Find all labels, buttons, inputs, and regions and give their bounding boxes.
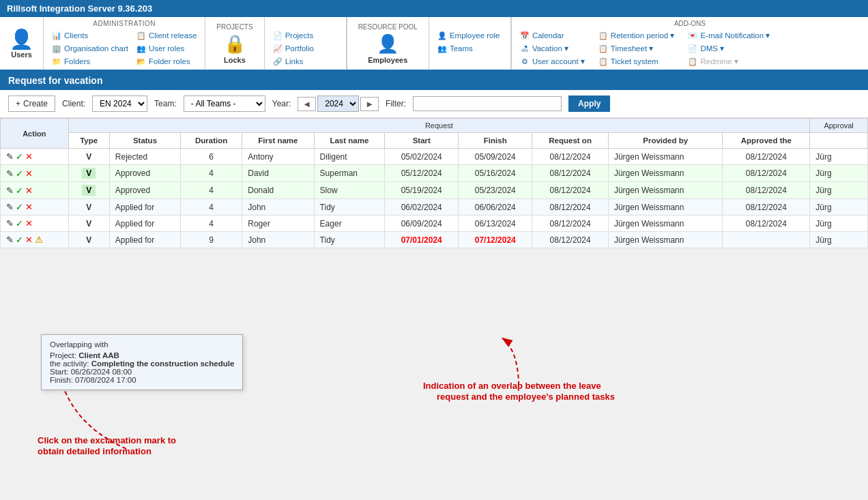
edit-icon[interactable]: ✎ bbox=[6, 218, 14, 229]
user-roles-icon: 👥 bbox=[136, 44, 146, 53]
clients-link[interactable]: 📊 Clients bbox=[50, 30, 130, 41]
team-select[interactable]: - All Teams - bbox=[184, 95, 265, 112]
approve-icon[interactable]: ✓ bbox=[16, 151, 23, 162]
request-group-header: Request bbox=[68, 119, 810, 133]
app-title: Rillsoft Integration Server 9.36.203 bbox=[7, 3, 152, 14]
filter-input[interactable] bbox=[413, 96, 562, 111]
client-select[interactable]: EN 2024 bbox=[92, 95, 147, 112]
timesheet-link[interactable]: 📋 Timesheet ▾ bbox=[597, 43, 676, 54]
approve-icon[interactable]: ✓ bbox=[16, 202, 23, 212]
users-section[interactable]: 👤 Users bbox=[0, 17, 44, 70]
col-start: Start bbox=[385, 133, 459, 149]
locks-section[interactable]: PROJECTS 🔒 Locks bbox=[205, 17, 264, 70]
tooltip-finish: Finish: 07/08/2024 17:00 bbox=[50, 376, 234, 384]
reject-icon[interactable]: ✕ bbox=[25, 168, 33, 179]
users-label: Users bbox=[11, 50, 32, 59]
folder-roles-link[interactable]: 📂 Folder roles bbox=[135, 56, 198, 67]
edit-icon[interactable]: ✎ bbox=[6, 235, 14, 245]
approve-icon[interactable]: ✓ bbox=[16, 186, 23, 196]
col-header-row: Type Status Duration First name Last nam… bbox=[1, 133, 868, 149]
duration-cell: 4 bbox=[181, 165, 242, 182]
col-request-on: Request on bbox=[532, 133, 609, 149]
approved-by-cell: Jürg bbox=[810, 182, 868, 199]
teams-link[interactable]: 👥 Teams bbox=[436, 43, 504, 54]
employees-icon: 👤 bbox=[377, 33, 399, 55]
start-cell: 05/12/2024 bbox=[385, 165, 459, 182]
filter-label: Filter: bbox=[386, 99, 406, 108]
administration-items: 📊 Clients 🏢 Organisation chart 📁 Folders… bbox=[50, 30, 198, 67]
retention-period-link[interactable]: 📋 Retention period ▾ bbox=[597, 30, 676, 41]
main-content: Action Request Approval Type Status Dura… bbox=[0, 118, 868, 248]
employee-role-link[interactable]: 👤 Employee role bbox=[436, 30, 504, 41]
reject-icon[interactable]: ✕ bbox=[25, 235, 33, 245]
type-cell: V bbox=[68, 216, 109, 232]
employees-section[interactable]: RESOURCE POOL 👤 Employees bbox=[347, 17, 429, 70]
edit-icon[interactable]: ✎ bbox=[6, 151, 14, 162]
dms-link[interactable]: 📄 DMS ▾ bbox=[686, 43, 771, 54]
email-icon: 💌 bbox=[688, 31, 697, 40]
addon-col3: 💌 E-mail Notification ▾ 📄 DMS ▾ 📋 Redmin… bbox=[686, 30, 771, 67]
vacation-icon: 🏖 bbox=[520, 44, 530, 53]
start-cell: 05/02/2024 bbox=[385, 149, 459, 165]
client-release-link[interactable]: 📋 Client release bbox=[135, 30, 198, 41]
resource-pool-title: RESOURCE POOL bbox=[358, 23, 418, 31]
firstname-cell: John bbox=[242, 232, 314, 248]
approved-the-cell: 08/12/2024 bbox=[723, 182, 810, 199]
edit-icon[interactable]: ✎ bbox=[6, 168, 14, 179]
portfolio-link[interactable]: 📈 Portfolio bbox=[272, 43, 339, 54]
projects-title: PROJECTS bbox=[216, 23, 252, 31]
request-on-cell: 08/12/2024 bbox=[532, 199, 609, 216]
user-account-icon: ⚙ bbox=[520, 57, 530, 66]
year-next-button[interactable]: ► bbox=[360, 97, 379, 111]
action-cell: ✎ ✓ ✕ ⚠ bbox=[1, 232, 69, 248]
year-select[interactable]: 2024 bbox=[317, 95, 359, 112]
resource-col: 👤 Employee role 👥 Teams bbox=[436, 30, 504, 54]
org-chart-link[interactable]: 🏢 Organisation chart bbox=[50, 43, 130, 54]
redmine-link[interactable]: 📋 Redmine ▾ bbox=[686, 56, 771, 67]
approve-icon[interactable]: ✓ bbox=[16, 168, 23, 179]
type-cell: V bbox=[68, 182, 109, 199]
warning-icon[interactable]: ⚠ bbox=[35, 235, 43, 245]
user-account-link[interactable]: ⚙ User account ▾ bbox=[519, 56, 586, 67]
reject-icon[interactable]: ✕ bbox=[25, 151, 33, 162]
approved-by-cell: Jürg bbox=[810, 199, 868, 216]
redmine-icon: 📋 bbox=[688, 57, 697, 66]
reject-icon[interactable]: ✕ bbox=[25, 186, 33, 196]
email-notification-link[interactable]: 💌 E-mail Notification ▾ bbox=[686, 30, 771, 41]
vacation-link[interactable]: 🏖 Vacation ▾ bbox=[519, 43, 586, 54]
vacation-table: Action Request Approval Type Status Dura… bbox=[0, 118, 868, 248]
status-cell: Approved bbox=[109, 182, 180, 199]
reject-icon[interactable]: ✕ bbox=[25, 218, 33, 229]
edit-icon[interactable]: ✎ bbox=[6, 202, 14, 212]
start-cell: 06/02/2024 bbox=[385, 199, 459, 216]
ticket-system-link[interactable]: 📋 Ticket system bbox=[597, 56, 676, 67]
edit-icon[interactable]: ✎ bbox=[6, 186, 14, 196]
apply-button[interactable]: Apply bbox=[568, 95, 610, 112]
projects-link[interactable]: 📄 Projects bbox=[272, 30, 339, 41]
folders-link[interactable]: 📁 Folders bbox=[50, 56, 130, 67]
approved-by-cell: Jürg bbox=[810, 232, 868, 248]
table-row: ✎ ✓ ✕ VRejected6AntonyDiligent05/02/2024… bbox=[1, 149, 868, 165]
resource-pool-section: 👤 Employee role 👥 Teams bbox=[429, 17, 511, 70]
calendar-link[interactable]: 📅 Calendar bbox=[519, 30, 586, 41]
administration-title: ADMINISTRATION bbox=[50, 20, 198, 27]
teams-icon: 👥 bbox=[437, 44, 447, 53]
approve-icon[interactable]: ✓ bbox=[16, 235, 23, 245]
year-prev-button[interactable]: ◄ bbox=[298, 97, 316, 111]
reject-icon[interactable]: ✕ bbox=[25, 202, 33, 212]
request-on-cell: 08/12/2024 bbox=[532, 149, 609, 165]
create-button[interactable]: + Create bbox=[8, 95, 55, 112]
table-row: ✎ ✓ ✕ VApplied for4JohnTidy06/02/202406/… bbox=[1, 199, 868, 216]
lastname-cell: Diligent bbox=[314, 149, 385, 165]
links-link[interactable]: 🔗 Links bbox=[272, 56, 339, 67]
calendar-icon: 📅 bbox=[520, 31, 530, 40]
user-roles-link[interactable]: 👥 User roles bbox=[135, 43, 198, 54]
client-label: Client: bbox=[62, 99, 85, 108]
svg-text:Click on the exclamation mark : Click on the exclamation mark to bbox=[38, 435, 176, 445]
col-duration: Duration bbox=[181, 133, 242, 149]
col-provided-by: Provided by bbox=[608, 133, 723, 149]
action-group-header: Action bbox=[1, 119, 69, 149]
approve-icon[interactable]: ✓ bbox=[16, 218, 23, 229]
type-cell: V bbox=[68, 149, 109, 165]
title-bar: Rillsoft Integration Server 9.36.203 bbox=[0, 0, 868, 17]
